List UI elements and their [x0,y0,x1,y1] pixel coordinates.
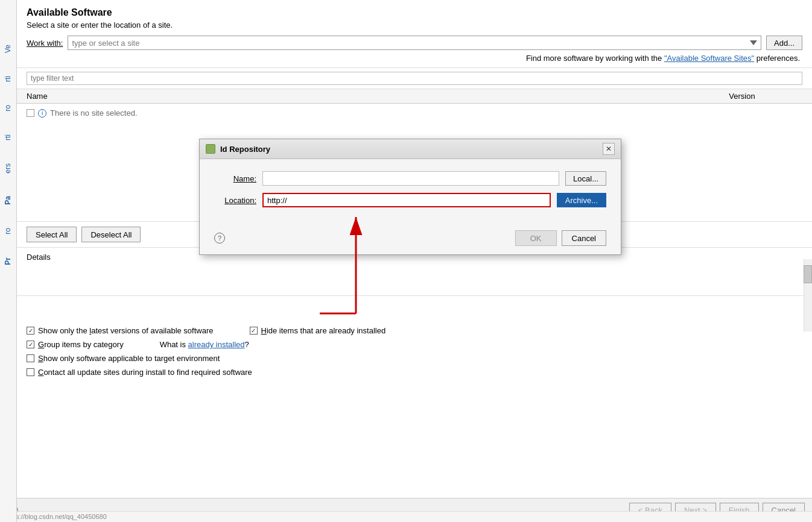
modal-title-left: Id Repository [206,144,270,154]
modal-footer-right: OK Cancel [515,230,606,246]
modal-icon [206,144,215,154]
local-button[interactable]: Local... [565,171,606,186]
modal-title: Id Repository [220,145,270,154]
modal-cancel-button[interactable]: Cancel [562,230,606,246]
ok-button[interactable]: OK [515,230,557,246]
modal-close-button[interactable]: ✕ [603,143,615,155]
annotation-arrow [290,205,422,325]
archive-button[interactable]: Archive... [557,193,606,207]
name-input[interactable] [262,171,559,186]
location-label: Location: [214,196,256,205]
modal-help-icon[interactable]: ? [214,233,225,244]
name-label: Name: [214,174,256,183]
modal-overlay: Id Repository ✕ Name: Local... Location:… [0,0,812,522]
name-field-row: Name: Local... [214,171,606,186]
modal-titlebar: Id Repository ✕ [200,139,621,159]
